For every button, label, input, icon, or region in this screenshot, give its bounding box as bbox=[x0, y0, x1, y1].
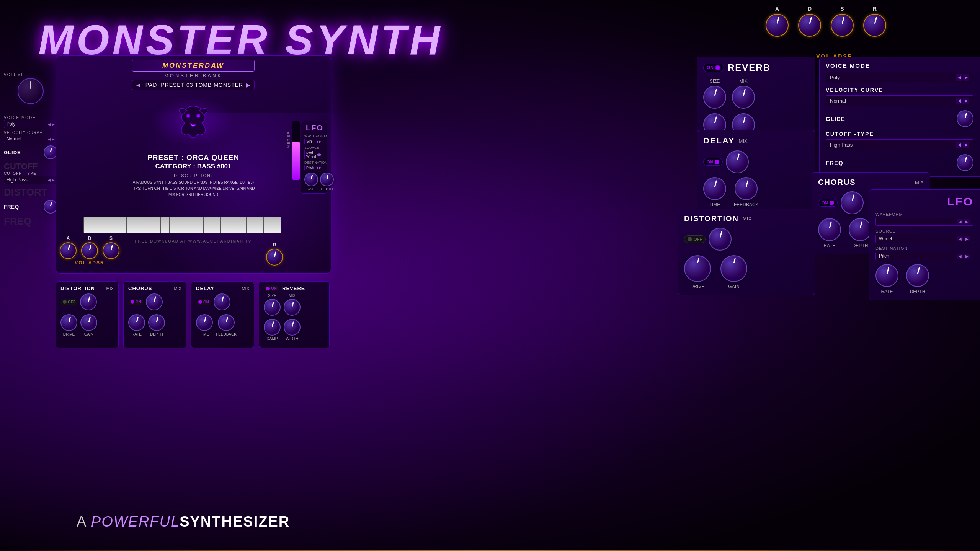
lfo-rate-right-knob[interactable] bbox=[875, 264, 898, 287]
piano-key-10[interactable] bbox=[161, 217, 169, 233]
piano-key-9[interactable] bbox=[152, 217, 161, 233]
piano-key-5[interactable] bbox=[118, 217, 126, 233]
source-prev[interactable]: ◀ bbox=[316, 153, 319, 156]
velocity-curve-next[interactable]: ▶ bbox=[963, 98, 969, 104]
delay-mix-knob[interactable] bbox=[214, 293, 230, 310]
distortion-drive-right-knob[interactable] bbox=[684, 255, 711, 282]
waveform-prev[interactable]: ◀ bbox=[316, 140, 318, 143]
lfo-destination-prev-right[interactable]: ◀ bbox=[957, 254, 963, 259]
reverb-on-toggle[interactable]: ON bbox=[703, 64, 724, 72]
voice-mode-value-left: Poly bbox=[7, 121, 15, 127]
destination-next[interactable]: ▶ bbox=[319, 166, 322, 170]
chorus-on-toggle-right[interactable]: ON bbox=[818, 199, 838, 207]
distortion-toggle[interactable]: OFF bbox=[60, 299, 78, 305]
delay-time-top-knob[interactable] bbox=[703, 177, 726, 200]
reverb-size-top-knob[interactable] bbox=[703, 86, 726, 109]
lfo-waveform-next-right[interactable]: ▶ bbox=[964, 219, 970, 224]
piano-key-12[interactable] bbox=[178, 217, 186, 233]
reverb-mix-knob[interactable] bbox=[284, 299, 301, 316]
piano-key-3[interactable] bbox=[101, 217, 109, 233]
piano-key-18[interactable] bbox=[229, 217, 238, 233]
chorus-rate-knob[interactable] bbox=[128, 314, 145, 331]
piano-key-17[interactable] bbox=[221, 217, 229, 233]
adsr-d-knob-inner[interactable] bbox=[81, 242, 98, 259]
delay-toggle-dot bbox=[198, 300, 202, 304]
cutoff-next[interactable]: ▶ bbox=[52, 178, 55, 182]
distortion-fx-mix-label: MIX bbox=[106, 286, 114, 291]
piano-key-23[interactable] bbox=[272, 217, 281, 233]
piano-key-21[interactable] bbox=[255, 217, 264, 233]
piano-key-8[interactable] bbox=[144, 217, 152, 233]
cutoff-type-prev[interactable]: ◀ bbox=[956, 142, 962, 148]
piano-key-11[interactable] bbox=[170, 217, 178, 233]
adsr-r-top-knob[interactable] bbox=[863, 14, 886, 37]
waveform-next[interactable]: ▶ bbox=[319, 140, 322, 143]
lfo-source-prev-right[interactable]: ◀ bbox=[957, 236, 963, 241]
glide-knob-right[interactable] bbox=[957, 110, 973, 127]
lfo-destination-next-right[interactable]: ▶ bbox=[964, 254, 970, 259]
preset-prev-arrow[interactable]: ◀ bbox=[136, 82, 140, 88]
reverb-fx-toggle[interactable]: ON bbox=[264, 285, 279, 291]
freq-knob-right[interactable] bbox=[957, 154, 973, 171]
lfo-depth-right-knob[interactable] bbox=[906, 264, 929, 287]
delay-mix-top-knob[interactable] bbox=[726, 150, 749, 173]
lfo-waveform-prev-right[interactable]: ◀ bbox=[957, 219, 963, 224]
adsr-a-top-knob[interactable] bbox=[766, 14, 789, 37]
reverb-width-knob[interactable] bbox=[284, 319, 301, 336]
lfo-source-next-right[interactable]: ▶ bbox=[964, 236, 970, 241]
lfo-rate-knob[interactable] bbox=[304, 173, 318, 186]
voice-mode-prev[interactable]: ◀ bbox=[48, 122, 51, 126]
adsr-s-knob-inner[interactable] bbox=[103, 242, 119, 259]
piano-key-6[interactable] bbox=[127, 217, 135, 233]
reverb-size-knob[interactable] bbox=[264, 299, 281, 316]
piano-key-22[interactable] bbox=[264, 217, 272, 233]
distortion-off-toggle-right[interactable]: OFF bbox=[684, 235, 706, 243]
delay-on-toggle[interactable]: ON bbox=[703, 158, 723, 166]
chorus-mix-knob[interactable] bbox=[146, 293, 163, 310]
adsr-s-top-knob[interactable] bbox=[831, 14, 854, 37]
piano-key-15[interactable] bbox=[204, 217, 212, 233]
distortion-gain-knob[interactable] bbox=[80, 314, 97, 331]
piano-key-14[interactable] bbox=[195, 217, 204, 233]
voice-mode-next[interactable]: ▶ bbox=[52, 122, 55, 126]
piano-key-1[interactable] bbox=[84, 217, 92, 233]
source-next[interactable]: ▶ bbox=[319, 153, 322, 156]
cutoff-prev[interactable]: ◀ bbox=[48, 178, 51, 182]
voice-mode-dd-prev[interactable]: ◀ bbox=[956, 74, 962, 81]
lfo-depth-knob[interactable] bbox=[320, 173, 334, 186]
adsr-d-top-knob[interactable] bbox=[798, 14, 821, 37]
delay-feedback-knob[interactable] bbox=[218, 314, 235, 331]
chorus-toggle[interactable]: ON bbox=[128, 299, 144, 305]
chorus-depth-label: DEPTH bbox=[150, 332, 163, 336]
volume-knob[interactable] bbox=[18, 78, 44, 104]
destination-prev[interactable]: ◀ bbox=[316, 166, 318, 170]
velocity-prev[interactable]: ◀ bbox=[48, 137, 51, 141]
piano-key-19[interactable] bbox=[238, 217, 247, 233]
voice-mode-dd-next[interactable]: ▶ bbox=[963, 74, 969, 81]
adsr-r-knob-inner[interactable] bbox=[266, 249, 283, 266]
piano-key-16[interactable] bbox=[212, 217, 221, 233]
preset-next-arrow[interactable]: ▶ bbox=[246, 82, 250, 88]
piano-key-13[interactable] bbox=[186, 217, 195, 233]
distortion-mix-knob[interactable] bbox=[80, 293, 97, 310]
velocity-curve-prev[interactable]: ◀ bbox=[956, 98, 962, 104]
piano-key-4[interactable] bbox=[109, 217, 118, 233]
piano-key-20[interactable] bbox=[247, 217, 255, 233]
reverb-damp-knob[interactable] bbox=[264, 319, 281, 336]
delay-feedback-top-knob[interactable] bbox=[735, 177, 758, 200]
cutoff-type-next[interactable]: ▶ bbox=[963, 142, 969, 148]
delay-toggle[interactable]: ON bbox=[196, 299, 211, 305]
distortion-drive-knob[interactable] bbox=[60, 314, 77, 331]
delay-time-knob[interactable] bbox=[196, 314, 213, 331]
piano-key-2[interactable] bbox=[92, 217, 101, 233]
distortion-mix-right-knob[interactable] bbox=[709, 228, 732, 251]
piano-key-7[interactable] bbox=[135, 217, 144, 233]
distortion-gain-right-knob[interactable] bbox=[720, 255, 747, 282]
reverb-mix-top-knob[interactable] bbox=[732, 86, 755, 109]
adsr-a-knob-inner[interactable] bbox=[60, 242, 77, 259]
chorus-rate-right-knob[interactable] bbox=[818, 218, 841, 241]
velocity-next[interactable]: ▶ bbox=[52, 137, 55, 141]
chorus-depth-right-knob[interactable] bbox=[849, 218, 872, 241]
chorus-mix-right-knob[interactable] bbox=[841, 191, 864, 214]
chorus-depth-knob[interactable] bbox=[148, 314, 165, 331]
